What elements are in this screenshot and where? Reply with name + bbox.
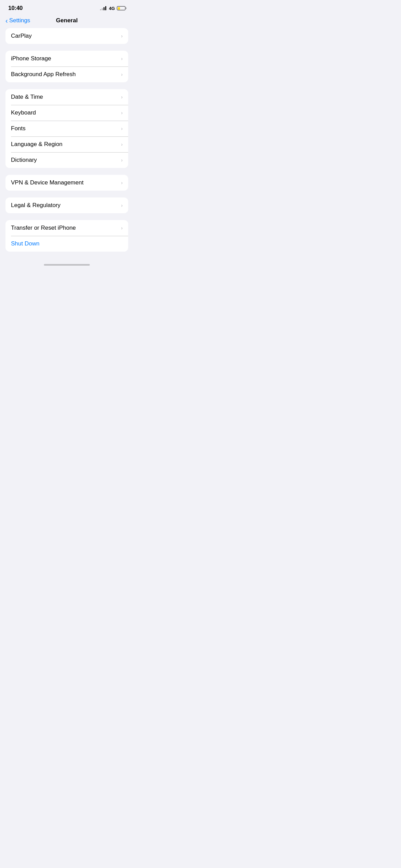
date-time-row[interactable]: Date & Time › bbox=[5, 89, 128, 105]
dictionary-row[interactable]: Dictionary › bbox=[5, 152, 128, 168]
keyboard-chevron-icon: › bbox=[121, 110, 123, 116]
settings-content: CarPlay › iPhone Storage › Background Ap… bbox=[0, 28, 134, 252]
fonts-chevron-icon: › bbox=[121, 126, 123, 131]
legal-regulatory-row[interactable]: Legal & Regulatory › bbox=[5, 197, 128, 213]
transfer-reset-row[interactable]: Transfer or Reset iPhone › bbox=[5, 220, 128, 236]
transfer-reset-label: Transfer or Reset iPhone bbox=[11, 225, 76, 231]
dictionary-label: Dictionary bbox=[11, 157, 37, 164]
iphone-storage-label: iPhone Storage bbox=[11, 55, 51, 62]
vpn-device-management-chevron-icon: › bbox=[121, 180, 123, 185]
keyboard-row[interactable]: Keyboard › bbox=[5, 105, 128, 121]
vpn-device-management-row[interactable]: VPN & Device Management › bbox=[5, 175, 128, 191]
back-chevron-icon: ‹ bbox=[5, 17, 8, 24]
shut-down-row[interactable]: Shut Down bbox=[5, 236, 128, 252]
status-icons: 4G bbox=[100, 6, 125, 11]
carplay-group: CarPlay › bbox=[5, 28, 128, 44]
keyboard-label: Keyboard bbox=[11, 109, 36, 116]
page-title: General bbox=[56, 17, 77, 24]
background-app-refresh-row[interactable]: Background App Refresh › bbox=[5, 67, 128, 82]
status-bar: 10:40 4G bbox=[0, 0, 134, 14]
shut-down-label: Shut Down bbox=[11, 240, 39, 247]
localization-group: Date & Time › Keyboard › Fonts › Languag… bbox=[5, 89, 128, 168]
reset-group: Transfer or Reset iPhone › Shut Down bbox=[5, 220, 128, 252]
legal-group: Legal & Regulatory › bbox=[5, 197, 128, 213]
back-button[interactable]: ‹ Settings bbox=[5, 17, 30, 24]
carplay-chevron-icon: › bbox=[121, 33, 123, 39]
vpn-device-management-label: VPN & Device Management bbox=[11, 179, 84, 186]
iphone-storage-row[interactable]: iPhone Storage › bbox=[5, 51, 128, 67]
dictionary-chevron-icon: › bbox=[121, 157, 123, 163]
carplay-label: CarPlay bbox=[11, 33, 32, 39]
date-time-label: Date & Time bbox=[11, 94, 43, 100]
language-region-label: Language & Region bbox=[11, 141, 62, 148]
language-region-chevron-icon: › bbox=[121, 142, 123, 147]
language-region-row[interactable]: Language & Region › bbox=[5, 136, 128, 152]
date-time-chevron-icon: › bbox=[121, 94, 123, 100]
nav-bar: ‹ Settings General bbox=[0, 14, 134, 28]
storage-group: iPhone Storage › Background App Refresh … bbox=[5, 51, 128, 82]
iphone-storage-chevron-icon: › bbox=[121, 56, 123, 61]
transfer-reset-chevron-icon: › bbox=[121, 225, 123, 231]
fonts-row[interactable]: Fonts › bbox=[5, 121, 128, 136]
legal-regulatory-chevron-icon: › bbox=[121, 203, 123, 208]
signal-icon bbox=[100, 6, 106, 10]
legal-regulatory-label: Legal & Regulatory bbox=[11, 202, 61, 209]
back-label: Settings bbox=[9, 17, 30, 24]
battery-icon bbox=[117, 6, 125, 10]
vpn-group: VPN & Device Management › bbox=[5, 175, 128, 191]
background-app-refresh-label: Background App Refresh bbox=[11, 71, 76, 78]
carplay-row[interactable]: CarPlay › bbox=[5, 28, 128, 44]
home-pill bbox=[44, 264, 90, 266]
status-time: 10:40 bbox=[8, 5, 23, 12]
background-app-refresh-chevron-icon: › bbox=[121, 72, 123, 77]
home-indicator bbox=[0, 258, 134, 268]
fonts-label: Fonts bbox=[11, 125, 26, 132]
network-label: 4G bbox=[109, 6, 115, 11]
